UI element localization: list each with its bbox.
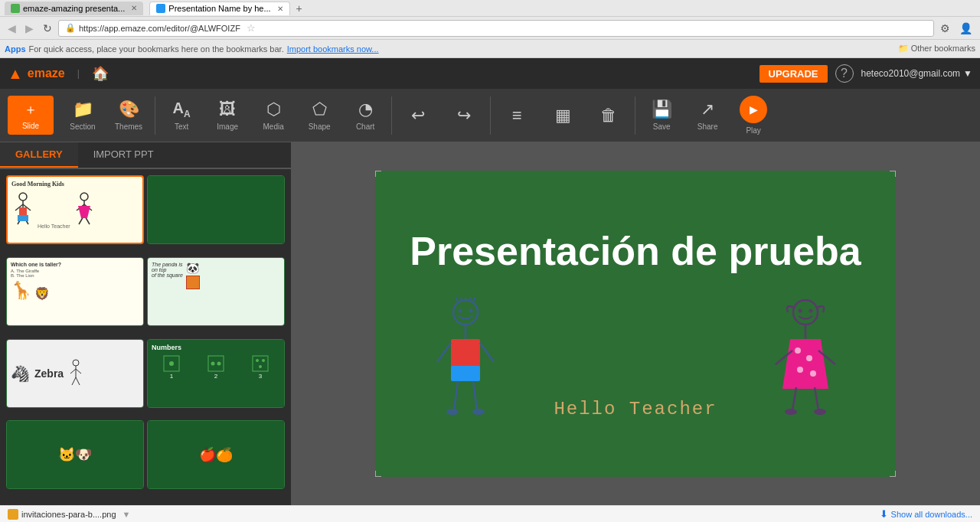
undo-button[interactable]: ↩ bbox=[395, 101, 441, 130]
gallery-item-3[interactable]: Which one is taller? A. The Giraffe B. T… bbox=[6, 257, 144, 326]
save-button[interactable]: 💾 Save bbox=[639, 95, 684, 135]
slide-4-panda-emoji: 🐼 bbox=[186, 262, 199, 274]
slide-4-text-line2: on top bbox=[152, 267, 183, 272]
gallery-item-6[interactable]: Numbers 1 bbox=[147, 339, 285, 408]
canvas-slide[interactable]: Presentación de prueba bbox=[375, 171, 896, 477]
media-button[interactable]: ⬡ Media bbox=[250, 95, 296, 135]
home-icon[interactable]: 🏠 bbox=[92, 65, 109, 82]
shape-button[interactable]: ⬠ Shape bbox=[296, 95, 342, 135]
emaze-logo-icon: ▲ bbox=[8, 65, 23, 83]
share-button[interactable]: ↗ Share bbox=[684, 95, 730, 135]
slide-6-dots-2-svg bbox=[207, 354, 225, 373]
text-format-icon: ≡ bbox=[512, 106, 522, 126]
slide-6-num-label-3: 3 bbox=[259, 373, 262, 380]
svg-point-22 bbox=[169, 361, 174, 366]
svg-line-18 bbox=[76, 369, 81, 374]
text-label: Text bbox=[175, 122, 188, 131]
svg-rect-42 bbox=[451, 366, 480, 381]
tab-inactive-1[interactable]: emaze-amazing presenta... ✕ bbox=[5, 2, 143, 15]
tab-active-2[interactable]: Presentation Name by he... ✕ bbox=[149, 2, 289, 15]
emaze-logo-text: emaze bbox=[28, 67, 65, 80]
slide-3-b: B. The Lion bbox=[11, 273, 139, 278]
delete-button[interactable]: 🗑 bbox=[586, 101, 632, 130]
extensions-button[interactable]: ⚙ bbox=[937, 21, 953, 36]
svg-point-46 bbox=[472, 409, 485, 415]
tab-close-2[interactable]: ✕ bbox=[277, 5, 283, 13]
tab-close-1[interactable]: ✕ bbox=[131, 4, 137, 12]
gallery-item-5[interactable]: 🦓 Zebra bbox=[6, 339, 144, 408]
user-icon-button[interactable]: 👤 bbox=[956, 21, 975, 36]
text-format-button[interactable]: ≡ bbox=[494, 101, 540, 130]
slide-4-inner: The panda is on top of the square 🐼 bbox=[152, 262, 280, 289]
bookmarks-bar: Apps For quick access, place your bookma… bbox=[0, 40, 980, 58]
back-button[interactable]: ◀ bbox=[5, 21, 19, 36]
slide-5-title: Zebra bbox=[34, 367, 64, 380]
import-bookmarks-link[interactable]: Import bookmarks now... bbox=[287, 44, 379, 54]
main-layout: GALLERY IMPORT PPT Good Morning Kids bbox=[0, 142, 980, 505]
svg-point-25 bbox=[217, 361, 221, 365]
slide-6-num-3: 3 bbox=[251, 354, 270, 380]
svg-rect-39 bbox=[451, 339, 480, 368]
hello-teacher-text: Hello Teacher bbox=[554, 399, 717, 419]
svg-point-36 bbox=[459, 309, 462, 313]
bookmark-star-icon: ☆ bbox=[247, 22, 256, 34]
slide-1-content: Good Morning Kids bbox=[8, 177, 142, 243]
canvas-corner-br bbox=[890, 471, 896, 477]
play-btn[interactable]: ▶ bbox=[740, 96, 767, 123]
svg-marker-14 bbox=[78, 206, 90, 218]
svg-point-29 bbox=[259, 365, 262, 368]
shape-label: Shape bbox=[309, 122, 331, 131]
gallery-item-4[interactable]: The panda is on top of the square 🐼 bbox=[147, 257, 285, 326]
chart-button[interactable]: ◔ Chart bbox=[342, 95, 388, 135]
layout-button[interactable]: ▦ bbox=[540, 101, 586, 130]
other-bookmarks[interactable]: 📁 Other bookmarks bbox=[898, 44, 975, 54]
slide-6-num-label-1: 1 bbox=[170, 373, 173, 380]
play-button-container[interactable]: ▶ Play bbox=[730, 91, 776, 139]
download-item-1[interactable]: invitaciones-para-b....png bbox=[8, 509, 116, 520]
undo-icon: ↩ bbox=[411, 106, 425, 126]
save-icon: 💾 bbox=[652, 100, 672, 119]
slide-3-content: Which one is taller? A. The Giraffe B. T… bbox=[7, 258, 143, 325]
gallery-item-7[interactable]: 🐱 🐶 bbox=[6, 420, 144, 489]
gallery-item-2[interactable] bbox=[147, 175, 285, 244]
text-icon: AA bbox=[173, 100, 191, 119]
slide-6-numbers: 1 2 bbox=[152, 354, 280, 380]
downloads-bar: invitaciones-para-b....png ▼ ⬇ Show all … bbox=[0, 505, 980, 522]
forward-button[interactable]: ▶ bbox=[22, 21, 37, 36]
reload-button[interactable]: ↻ bbox=[40, 21, 55, 36]
image-button[interactable]: 🖼 Image bbox=[204, 95, 250, 135]
svg-line-58 bbox=[792, 387, 796, 410]
show-all-downloads-link[interactable]: ⬇ Show all downloads... bbox=[880, 508, 972, 520]
address-bar[interactable]: 🔒 https://app.emaze.com/editor/@ALWFOIZF… bbox=[58, 20, 934, 37]
tab-title-2: Presentation Name by he... bbox=[168, 4, 270, 13]
upgrade-button[interactable]: UPGRADE bbox=[760, 65, 828, 83]
slide-6-dots-3-svg bbox=[251, 354, 270, 373]
svg-point-28 bbox=[262, 359, 265, 362]
canvas-boy-svg bbox=[423, 297, 508, 419]
slide-add-icon: ＋ bbox=[24, 100, 38, 119]
slide-6-content: Numbers 1 bbox=[148, 340, 284, 407]
gallery-item-8[interactable]: 🍎 🍊 bbox=[147, 420, 285, 489]
svg-point-49 bbox=[808, 309, 812, 313]
import-ppt-tab[interactable]: IMPORT PPT bbox=[78, 142, 169, 168]
gallery-item-1[interactable]: Good Morning Kids bbox=[6, 175, 144, 244]
media-label: Media bbox=[263, 122, 284, 131]
slide-button[interactable]: ＋ Slide bbox=[8, 96, 54, 135]
slide-4-text-line3: of the square bbox=[152, 272, 183, 278]
chart-label: Chart bbox=[356, 122, 374, 131]
section-button[interactable]: 📁 Section bbox=[60, 95, 106, 135]
svg-marker-51 bbox=[782, 339, 828, 389]
user-email: heteco2010@gmail.com bbox=[861, 68, 961, 79]
new-tab-button[interactable]: + bbox=[296, 2, 302, 15]
gallery-tab[interactable]: GALLERY bbox=[0, 142, 78, 168]
apps-link[interactable]: Apps bbox=[5, 44, 26, 54]
themes-button[interactable]: 🎨 Themes bbox=[106, 95, 152, 135]
text-button[interactable]: AA Text bbox=[158, 95, 204, 135]
show-downloads-label: Show all downloads... bbox=[891, 510, 972, 519]
redo-button[interactable]: ↪ bbox=[441, 101, 487, 130]
slide-8-food-emoji: 🍎 bbox=[199, 446, 216, 463]
image-label: Image bbox=[217, 122, 238, 131]
help-button[interactable]: ? bbox=[835, 64, 854, 83]
slide-1-hello-label: Hello Teacher bbox=[38, 223, 70, 229]
user-menu[interactable]: heteco2010@gmail.com ▼ bbox=[861, 68, 972, 79]
